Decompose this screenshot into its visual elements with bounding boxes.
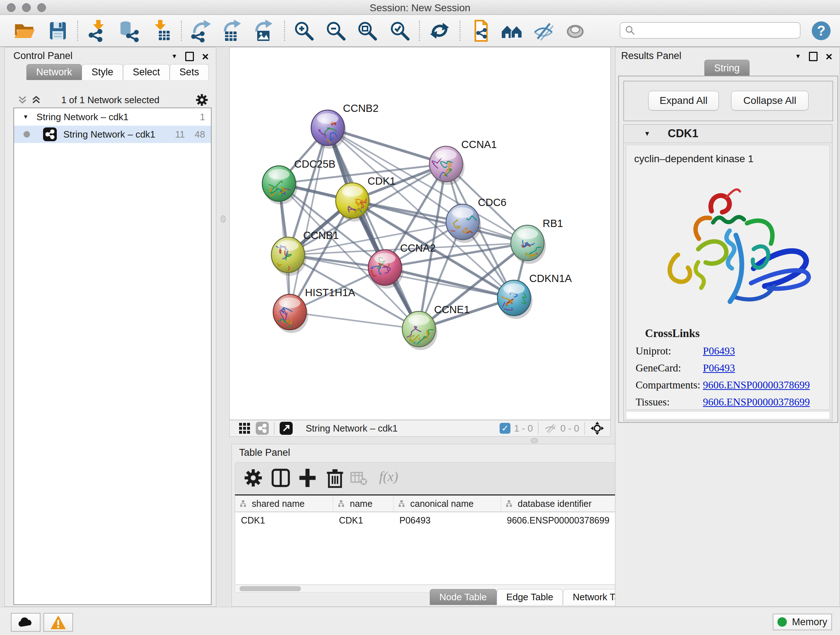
network-canvas[interactable]: CCNB2CCNA1CDC25BCDK1CDC6RB1CCNB1CCNA2CDK… — [229, 47, 611, 420]
table-gear-icon[interactable] — [243, 468, 264, 488]
zoom-fit-button[interactable] — [355, 19, 379, 42]
column-header[interactable]: database identifier — [501, 496, 619, 511]
control-panel: Control Panel ▼ × Network Style Select S… — [4, 47, 216, 607]
new-network-from-selection-button[interactable] — [470, 19, 493, 42]
function-builder-icon: f(x) — [379, 469, 398, 485]
crosslink-label: GeneCard: — [636, 362, 703, 374]
crosslink-label: Compartments: — [636, 379, 703, 391]
network-collection-label: String Network – cdk1 — [36, 111, 128, 123]
crosslink-link[interactable]: P06493 — [703, 345, 735, 357]
network-node-HIST1H1A[interactable]: HIST1H1A — [273, 287, 355, 333]
title-bar: Session: New Session — [0, 0, 840, 15]
table-cell[interactable]: CDK1 — [333, 512, 393, 528]
column-header[interactable]: name — [333, 496, 393, 511]
birds-eye-icon[interactable] — [590, 421, 605, 435]
horizontal-splitter-handle[interactable] — [531, 438, 538, 443]
node-label-CDK1: CDK1 — [368, 175, 395, 187]
panel-close-icon[interactable]: × — [202, 53, 209, 60]
save-session-button[interactable] — [46, 19, 69, 42]
help-button[interactable]: ? — [812, 21, 831, 40]
network-view-toolbar: String Network – cdk1 ✓ 1 - 0 0 - 0 — [229, 420, 611, 437]
expand-all-button[interactable]: Expand All — [648, 91, 719, 111]
tab-network[interactable]: Network — [27, 64, 82, 80]
node-label-CDKN1A: CDKN1A — [529, 272, 572, 284]
tab-edge-table[interactable]: Edge Table — [497, 589, 563, 605]
search-icon — [625, 25, 636, 36]
network-row[interactable]: String Network – cdk1 11 48 — [14, 126, 211, 143]
network-node-CCNB2[interactable]: CCNB2 — [311, 103, 378, 149]
table-cell[interactable]: CDK1 — [235, 512, 333, 528]
tab-select[interactable]: Select — [123, 64, 170, 80]
first-neighbors-button[interactable] — [500, 19, 523, 42]
export-table-button[interactable] — [220, 19, 243, 42]
show-all-button[interactable] — [564, 19, 587, 42]
zoom-in-button[interactable] — [292, 19, 316, 42]
selected-checkbox-icon[interactable]: ✓ — [500, 423, 510, 434]
table-cell[interactable]: P06493 — [393, 512, 501, 528]
hide-selected-button[interactable] — [532, 19, 555, 42]
show-columns-icon[interactable] — [271, 468, 291, 488]
import-network-database-button[interactable] — [117, 19, 140, 42]
network-edge-CCNB2-HIST1H1A[interactable] — [290, 128, 328, 312]
grid-view-icon[interactable] — [238, 422, 251, 434]
cloud-status-button[interactable] — [11, 613, 41, 632]
hidden-eye-icon — [544, 423, 557, 434]
crosslink-link[interactable]: P06493 — [703, 362, 735, 374]
crosslinks-title: CrossLinks — [645, 327, 829, 340]
open-session-button[interactable] — [13, 19, 36, 42]
gear-icon[interactable] — [195, 93, 209, 107]
tab-style[interactable]: Style — [82, 64, 123, 80]
panel-float-icon[interactable] — [185, 52, 194, 61]
network-edge-HIST1H1A-CCNE1[interactable] — [290, 312, 419, 329]
toolbar-divider — [77, 21, 78, 41]
network-node-CCNA1[interactable]: CCNA1 — [429, 139, 497, 185]
cloud-icon — [17, 616, 34, 628]
column-header[interactable]: canonical name — [393, 496, 501, 511]
network-node-RB1[interactable]: RB1 — [511, 218, 563, 264]
export-image-button[interactable] — [251, 19, 275, 42]
network-status-dot — [24, 131, 30, 138]
delete-table-icon — [350, 470, 368, 487]
delete-column-icon[interactable] — [325, 468, 345, 488]
export-network-button[interactable] — [189, 19, 212, 42]
apply-layout-button[interactable] — [428, 19, 451, 42]
warning-icon — [50, 615, 66, 630]
import-table-file-button[interactable] — [150, 19, 173, 42]
network-collection-row[interactable]: ▼ String Network – cdk1 1 — [14, 108, 211, 126]
node-result-header[interactable]: ▼ CDK1 — [624, 125, 832, 143]
column-header[interactable]: shared name — [235, 496, 333, 511]
share-view-icon[interactable] — [256, 422, 269, 435]
memory-button[interactable]: Memory — [773, 614, 832, 630]
import-network-file-button[interactable] — [86, 19, 109, 42]
search-input[interactable] — [636, 25, 800, 36]
panel-menu-icon[interactable]: ▼ — [171, 53, 177, 60]
app-window: Session: New Session — [0, 0, 840, 635]
collapse-all-button[interactable]: Collapse All — [731, 91, 808, 111]
warnings-button[interactable] — [43, 613, 73, 632]
tab-sets[interactable]: Sets — [170, 64, 209, 80]
tab-node-table[interactable]: Node Table — [430, 589, 497, 605]
network-node-CDKN1A[interactable]: CDKN1A — [497, 272, 572, 319]
crosslink-link[interactable]: 9606.ENSP00000378699 — [703, 379, 810, 391]
crosslink-link[interactable]: 9606.ENSP00000378699 — [703, 396, 810, 408]
crosslink-label: Tissues: — [636, 396, 703, 408]
toolbar-divider — [459, 21, 461, 41]
node-count: 11 — [175, 129, 185, 140]
node-result-section: ▼ CDK1 cyclin–dependent kinase 1 — [623, 124, 832, 421]
panel-float-icon[interactable] — [809, 52, 818, 61]
tree-expand-icon[interactable]: ▼ — [23, 114, 28, 120]
table-cell[interactable]: 9606.ENSP00000378699 — [501, 512, 619, 528]
create-column-icon[interactable] — [297, 468, 317, 488]
vertical-splitter-handle[interactable] — [221, 215, 226, 223]
panel-menu-icon[interactable]: ▼ — [795, 53, 801, 60]
collapse-section-icon[interactable]: ▼ — [644, 130, 651, 138]
network-edge-CCNB2-CCNE1[interactable] — [328, 128, 419, 329]
zoom-selected-button[interactable] — [388, 19, 411, 42]
network-edge-CCNA2-CDKN1A[interactable] — [385, 268, 514, 298]
network-node-CCNE1[interactable]: CCNE1 — [402, 304, 470, 350]
results-hscrollbar[interactable] — [626, 411, 830, 419]
zoom-out-button[interactable] — [324, 19, 347, 42]
tab-string[interactable]: String — [704, 60, 750, 76]
panel-close-icon[interactable]: × — [826, 53, 832, 60]
detach-view-icon[interactable] — [279, 422, 293, 435]
